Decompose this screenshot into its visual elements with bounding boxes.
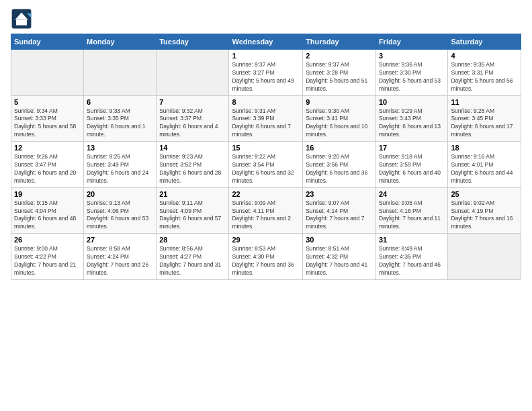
calendar-cell <box>157 50 229 96</box>
day-number: 17 <box>379 144 445 152</box>
day-number: 16 <box>306 144 373 152</box>
day-number: 10 <box>379 98 445 106</box>
day-number: 23 <box>306 190 373 198</box>
day-info: Sunrise: 9:28 AM Sunset: 3:45 PM Dayligh… <box>451 107 518 140</box>
day-number: 13 <box>87 144 153 152</box>
week-row-1: 1Sunrise: 9:37 AM Sunset: 3:27 PM Daylig… <box>11 50 521 96</box>
header <box>11 8 521 30</box>
day-info: Sunrise: 9:15 AM Sunset: 4:04 PM Dayligh… <box>14 199 81 232</box>
day-info: Sunrise: 9:25 AM Sunset: 3:49 PM Dayligh… <box>87 153 153 185</box>
day-number: 6 <box>87 98 153 106</box>
day-info: Sunrise: 8:58 AM Sunset: 4:24 PM Dayligh… <box>87 245 153 277</box>
day-info: Sunrise: 9:05 AM Sunset: 4:16 PM Dayligh… <box>379 199 445 232</box>
day-info: Sunrise: 9:13 AM Sunset: 4:06 PM Dayligh… <box>87 199 153 232</box>
calendar-cell: 31Sunrise: 8:49 AM Sunset: 4:35 PM Dayli… <box>375 234 447 280</box>
day-number: 11 <box>451 98 518 106</box>
calendar-cell: 22Sunrise: 9:09 AM Sunset: 4:11 PM Dayli… <box>229 187 303 234</box>
logo <box>11 8 35 30</box>
day-header-monday: Monday <box>84 34 157 50</box>
day-number: 7 <box>159 98 226 106</box>
day-header-thursday: Thursday <box>303 34 376 50</box>
calendar-cell: 28Sunrise: 8:56 AM Sunset: 4:27 PM Dayli… <box>157 234 229 280</box>
calendar-cell: 20Sunrise: 9:13 AM Sunset: 4:06 PM Dayli… <box>84 187 157 234</box>
day-number: 19 <box>14 190 81 198</box>
calendar-cell <box>84 50 157 96</box>
week-row-2: 5Sunrise: 9:34 AM Sunset: 3:33 PM Daylig… <box>11 95 521 142</box>
day-info: Sunrise: 9:18 AM Sunset: 3:59 PM Dayligh… <box>379 153 445 185</box>
day-number: 15 <box>232 144 300 152</box>
day-info: Sunrise: 9:26 AM Sunset: 3:47 PM Dayligh… <box>14 153 81 185</box>
day-info: Sunrise: 9:23 AM Sunset: 3:52 PM Dayligh… <box>159 153 226 185</box>
day-info: Sunrise: 9:00 AM Sunset: 4:22 PM Dayligh… <box>14 245 81 277</box>
calendar-cell: 8Sunrise: 9:31 AM Sunset: 3:39 PM Daylig… <box>229 95 303 142</box>
day-number: 9 <box>306 98 373 106</box>
calendar-cell: 5Sunrise: 9:34 AM Sunset: 3:33 PM Daylig… <box>11 95 84 142</box>
calendar-cell: 24Sunrise: 9:05 AM Sunset: 4:16 PM Dayli… <box>375 187 447 234</box>
day-number: 1 <box>232 52 300 60</box>
day-info: Sunrise: 9:29 AM Sunset: 3:43 PM Dayligh… <box>379 107 445 140</box>
day-number: 2 <box>306 52 373 60</box>
day-info: Sunrise: 8:56 AM Sunset: 4:27 PM Dayligh… <box>159 245 226 277</box>
day-info: Sunrise: 8:53 AM Sunset: 4:30 PM Dayligh… <box>232 245 300 277</box>
day-number: 4 <box>451 52 518 60</box>
logo-icon <box>11 8 32 30</box>
header-row: SundayMondayTuesdayWednesdayThursdayFrid… <box>11 34 521 50</box>
day-header-sunday: Sunday <box>11 34 84 50</box>
page: SundayMondayTuesdayWednesdayThursdayFrid… <box>0 0 532 411</box>
day-number: 5 <box>14 98 81 106</box>
day-info: Sunrise: 9:07 AM Sunset: 4:14 PM Dayligh… <box>306 199 373 232</box>
day-number: 26 <box>14 236 81 244</box>
day-header-wednesday: Wednesday <box>229 34 303 50</box>
calendar-cell: 1Sunrise: 9:37 AM Sunset: 3:27 PM Daylig… <box>229 50 303 96</box>
calendar-cell: 11Sunrise: 9:28 AM Sunset: 3:45 PM Dayli… <box>448 95 521 142</box>
day-number: 8 <box>232 98 300 106</box>
calendar-cell: 18Sunrise: 9:16 AM Sunset: 4:01 PM Dayli… <box>448 142 521 188</box>
day-info: Sunrise: 8:51 AM Sunset: 4:32 PM Dayligh… <box>306 245 373 277</box>
calendar-cell: 23Sunrise: 9:07 AM Sunset: 4:14 PM Dayli… <box>303 187 376 234</box>
day-info: Sunrise: 9:35 AM Sunset: 3:31 PM Dayligh… <box>451 61 518 93</box>
day-header-friday: Friday <box>375 34 447 50</box>
calendar-cell: 7Sunrise: 9:32 AM Sunset: 3:37 PM Daylig… <box>157 95 229 142</box>
day-info: Sunrise: 9:22 AM Sunset: 3:54 PM Dayligh… <box>232 153 300 185</box>
calendar-cell: 16Sunrise: 9:20 AM Sunset: 3:56 PM Dayli… <box>303 142 376 188</box>
week-row-5: 26Sunrise: 9:00 AM Sunset: 4:22 PM Dayli… <box>11 234 521 280</box>
day-number: 20 <box>87 190 153 198</box>
day-info: Sunrise: 9:09 AM Sunset: 4:11 PM Dayligh… <box>232 199 300 232</box>
calendar-cell: 26Sunrise: 9:00 AM Sunset: 4:22 PM Dayli… <box>11 234 84 280</box>
day-number: 24 <box>379 190 445 198</box>
calendar-cell: 10Sunrise: 9:29 AM Sunset: 3:43 PM Dayli… <box>375 95 447 142</box>
calendar-cell: 14Sunrise: 9:23 AM Sunset: 3:52 PM Dayli… <box>157 142 229 188</box>
day-info: Sunrise: 9:30 AM Sunset: 3:41 PM Dayligh… <box>306 107 373 140</box>
day-number: 25 <box>451 190 518 198</box>
day-number: 12 <box>14 144 81 152</box>
day-number: 21 <box>159 190 226 198</box>
day-info: Sunrise: 8:49 AM Sunset: 4:35 PM Dayligh… <box>379 245 445 277</box>
day-number: 3 <box>379 52 445 60</box>
calendar-cell: 25Sunrise: 9:02 AM Sunset: 4:19 PM Dayli… <box>448 187 521 234</box>
day-header-tuesday: Tuesday <box>157 34 229 50</box>
week-row-3: 12Sunrise: 9:26 AM Sunset: 3:47 PM Dayli… <box>11 142 521 188</box>
day-info: Sunrise: 9:37 AM Sunset: 3:27 PM Dayligh… <box>232 61 300 93</box>
calendar-cell: 29Sunrise: 8:53 AM Sunset: 4:30 PM Dayli… <box>229 234 303 280</box>
calendar-cell <box>448 234 521 280</box>
day-info: Sunrise: 9:31 AM Sunset: 3:39 PM Dayligh… <box>232 107 300 140</box>
calendar-cell: 12Sunrise: 9:26 AM Sunset: 3:47 PM Dayli… <box>11 142 84 188</box>
calendar-cell: 15Sunrise: 9:22 AM Sunset: 3:54 PM Dayli… <box>229 142 303 188</box>
day-info: Sunrise: 9:11 AM Sunset: 4:09 PM Dayligh… <box>159 199 226 232</box>
calendar-cell: 13Sunrise: 9:25 AM Sunset: 3:49 PM Dayli… <box>84 142 157 188</box>
day-header-saturday: Saturday <box>448 34 521 50</box>
calendar-table: SundayMondayTuesdayWednesdayThursdayFrid… <box>11 34 521 280</box>
day-number: 18 <box>451 144 518 152</box>
day-number: 30 <box>306 236 373 244</box>
day-info: Sunrise: 9:32 AM Sunset: 3:37 PM Dayligh… <box>159 107 226 140</box>
calendar-cell: 3Sunrise: 9:36 AM Sunset: 3:30 PM Daylig… <box>375 50 447 96</box>
calendar-cell: 30Sunrise: 8:51 AM Sunset: 4:32 PM Dayli… <box>303 234 376 280</box>
calendar-cell: 9Sunrise: 9:30 AM Sunset: 3:41 PM Daylig… <box>303 95 376 142</box>
day-number: 28 <box>159 236 226 244</box>
svg-rect-2 <box>16 20 27 26</box>
week-row-4: 19Sunrise: 9:15 AM Sunset: 4:04 PM Dayli… <box>11 187 521 234</box>
calendar-cell: 6Sunrise: 9:33 AM Sunset: 3:35 PM Daylig… <box>84 95 157 142</box>
day-info: Sunrise: 9:02 AM Sunset: 4:19 PM Dayligh… <box>451 199 518 232</box>
calendar-cell: 27Sunrise: 8:58 AM Sunset: 4:24 PM Dayli… <box>84 234 157 280</box>
day-info: Sunrise: 9:16 AM Sunset: 4:01 PM Dayligh… <box>451 153 518 185</box>
